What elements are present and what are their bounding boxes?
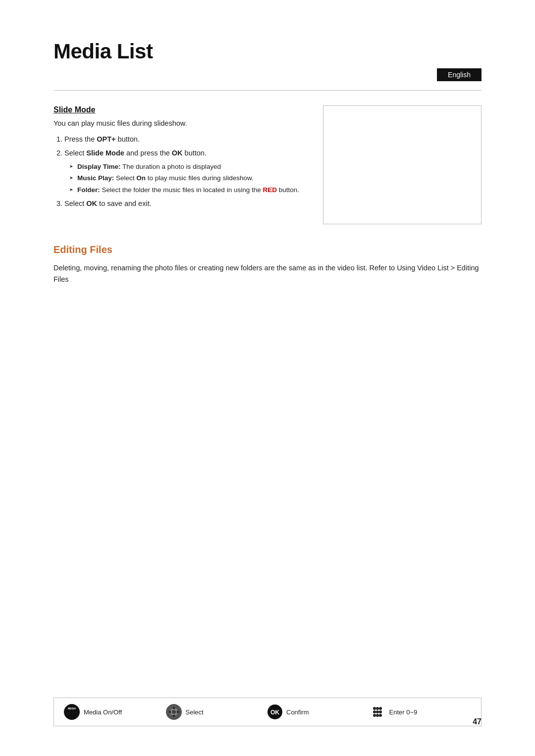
editing-section: Editing Files Deleting, moving, renaming…: [54, 244, 482, 285]
language-badge: English: [437, 68, 482, 81]
ok-icon: OK: [268, 705, 282, 719]
svg-point-17: [379, 710, 382, 713]
ok-bold-1: OK: [172, 149, 183, 157]
enter-label: Enter 0~9: [389, 708, 418, 716]
opt-bold: OPT+: [97, 135, 115, 143]
svg-point-12: [373, 707, 376, 710]
slide-mode-image-box: [323, 105, 482, 224]
svg-point-20: [379, 714, 382, 717]
svg-point-16: [376, 710, 379, 713]
divider: [54, 90, 482, 91]
confirm-label: Confirm: [286, 708, 309, 716]
svg-point-15: [373, 710, 376, 713]
svg-point-18: [373, 714, 376, 717]
footer-bar: MEDIA MEDIA Media On/Off Select: [54, 698, 482, 726]
slide-mode-section: Slide Mode You can play music files duri…: [54, 105, 482, 224]
footer-item-media: MEDIA MEDIA Media On/Off: [64, 704, 166, 720]
slide-mode-content: Slide Mode You can play music files duri…: [54, 105, 308, 224]
step-3: Select OK to save and exit.: [64, 199, 308, 209]
editing-text: Deleting, moving, renaming the photo fil…: [54, 262, 482, 285]
slide-mode-steps: Press the OPT+ button. Select Slide Mode…: [54, 134, 308, 209]
media-label: Media On/Off: [84, 708, 122, 716]
svg-text:OK: OK: [270, 709, 279, 716]
lang-bar: English: [54, 68, 482, 81]
footer-item-enter: Enter 0~9: [370, 704, 472, 720]
page-number: 47: [473, 717, 482, 726]
bullet-folder: Folder: Select the folder the music file…: [69, 185, 308, 196]
bullet-list: Display Time: The duration a photo is di…: [69, 162, 308, 196]
editing-heading: Editing Files: [54, 244, 482, 255]
select-label: Select: [186, 708, 204, 716]
page-title: Media List: [54, 40, 482, 63]
footer-item-confirm: OK Confirm: [268, 705, 370, 719]
num-icon: [370, 704, 385, 720]
media-icon: MEDIA MEDIA: [64, 704, 80, 720]
slide-mode-heading: Slide Mode: [54, 105, 308, 114]
svg-point-19: [376, 714, 379, 717]
bullet-music-play: Music Play: Select On to play music file…: [69, 173, 308, 184]
slide-mode-intro: You can play music files during slidesho…: [54, 119, 308, 127]
svg-point-5: [172, 710, 176, 714]
nav-icon: [166, 704, 182, 720]
step-2: Select Slide Mode and press the OK butto…: [64, 148, 308, 196]
bullet-display-time: Display Time: The duration a photo is di…: [69, 162, 308, 172]
svg-point-13: [376, 707, 379, 710]
step-1: Press the OPT+ button.: [64, 134, 308, 145]
footer-item-select: Select: [166, 704, 268, 720]
svg-point-2: [68, 710, 75, 717]
svg-text:MEDIA: MEDIA: [68, 707, 76, 710]
slide-mode-bold: Slide Mode: [86, 149, 124, 157]
svg-point-14: [379, 707, 382, 710]
